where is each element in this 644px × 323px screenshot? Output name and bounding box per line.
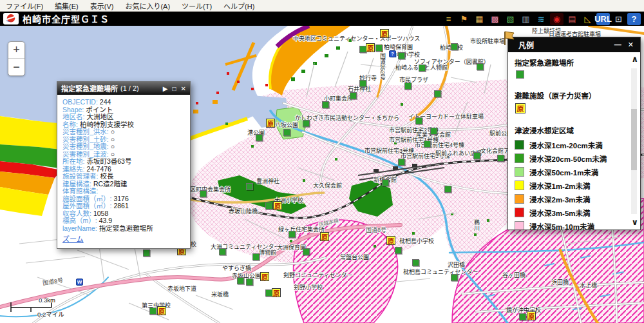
shelter-marker[interactable] xyxy=(246,183,253,190)
zoom-out-button[interactable]: − xyxy=(8,59,24,75)
attribute-value: 指定緊急避難場所 xyxy=(99,225,153,232)
legend-minimize-icon[interactable]: — xyxy=(614,41,621,49)
feature-info-popup: 指定緊急避難場所 (1 / 2) ▶ □ ✕ OBJECTID:244 Shap… xyxy=(57,81,191,249)
popup-title-bar[interactable]: 指定緊急避難場所 (1 / 2) ▶ □ ✕ xyxy=(57,82,190,95)
shelter-marker[interactable] xyxy=(477,63,484,70)
measure-icon[interactable]: ◺ xyxy=(581,13,594,25)
attribute-name: 施設面積（㎡）: xyxy=(62,195,111,202)
shelter-marker[interactable] xyxy=(451,43,458,50)
record-icon[interactable]: ◉ xyxy=(550,13,564,25)
legend-scrollbar-thumb[interactable] xyxy=(631,109,637,170)
layers-icon[interactable]: ≋ xyxy=(535,13,548,25)
legend-item-label: 浸水深1cm-20cm未満 xyxy=(529,140,603,150)
shelter-marker[interactable] xyxy=(519,313,526,320)
shelter-marker[interactable] xyxy=(404,83,412,90)
nuclear-shelter-marker[interactable]: 原 xyxy=(527,311,536,320)
legend-list-icon[interactable]: ≡ xyxy=(442,13,455,25)
shelter-marker[interactable] xyxy=(200,190,207,197)
legend-title-bar[interactable]: 凡例 — ✕ xyxy=(508,37,640,52)
shelter-marker[interactable] xyxy=(424,141,431,148)
zoom-in-button[interactable]: + xyxy=(8,42,24,59)
nuclear-shelter-marker[interactable]: 原 xyxy=(366,43,375,52)
map-label: 剣野小学校 xyxy=(294,283,323,291)
attribute-row: 標高（m）:43.9 xyxy=(62,217,185,225)
shelter-marker[interactable] xyxy=(398,159,405,166)
address-book-icon[interactable]: ▤ xyxy=(565,13,579,25)
legend-item-swatch xyxy=(515,153,524,163)
legend-heading-shelter: 指定緊急避難場所 xyxy=(515,57,626,68)
legend-scroll-down-icon[interactable]: ∨ xyxy=(631,219,638,226)
menu-favorites[interactable]: お気に入り(A) xyxy=(119,0,176,11)
nuclear-shelter-marker[interactable]: 原 xyxy=(260,272,269,281)
popup-close-icon[interactable]: ✕ xyxy=(181,85,186,92)
attribute-value: ○ xyxy=(111,136,115,143)
shelter-marker[interactable] xyxy=(303,248,310,255)
shelter-marker[interactable] xyxy=(412,259,419,266)
menu-edit[interactable]: 編集(E) xyxy=(49,0,84,11)
legend-scroll-up-icon[interactable]: ∧ xyxy=(631,55,638,63)
shelter-marker[interactable] xyxy=(451,274,458,281)
shelter-marker[interactable] xyxy=(143,250,150,257)
shelter-marker[interactable] xyxy=(256,134,263,141)
shelter-marker[interactable] xyxy=(303,120,310,127)
map-search-icon[interactable]: ▩ xyxy=(488,13,502,25)
attribute-value: 43.9 xyxy=(99,217,112,224)
shelter-marker[interactable] xyxy=(497,155,504,162)
info-badge-marker[interactable]: ? xyxy=(389,50,396,57)
building-search-icon[interactable]: ▥ xyxy=(519,13,533,25)
help-icon[interactable]: ? xyxy=(627,13,641,25)
nuclear-shelter-marker[interactable]: 原 xyxy=(266,119,275,128)
shelter-marker[interactable] xyxy=(219,248,226,255)
shelter-marker[interactable] xyxy=(289,231,296,238)
flag-icon[interactable]: ⚑ xyxy=(457,13,471,25)
attribute-row: 災害種別_洪水:○ xyxy=(62,128,185,136)
attribute-row: 所在地:赤坂町3番63号 xyxy=(62,158,185,166)
popup-maximize-icon[interactable]: □ xyxy=(173,85,176,92)
nuclear-shelter-marker[interactable]: 原 xyxy=(320,232,329,241)
shelter-marker[interactable] xyxy=(473,152,480,159)
menu-view[interactable]: 表示(V) xyxy=(84,0,120,11)
legend-item-swatch xyxy=(515,140,524,150)
shelter-marker[interactable] xyxy=(398,52,405,59)
shelter-marker[interactable] xyxy=(246,279,253,286)
shelter-marker[interactable] xyxy=(283,129,290,136)
map-label: 豊洲神社 xyxy=(256,177,279,185)
shelter-marker[interactable] xyxy=(265,202,272,210)
shelter-marker[interactable] xyxy=(322,101,329,108)
zoom-to-feature-link[interactable]: ズーム xyxy=(62,236,84,244)
map-canvas[interactable]: 中央地区コミュニティセンター・スポーツハウス陸上競技場市役所駐車場日通運考古館駐… xyxy=(0,26,644,323)
info-badge-marker[interactable]: W xyxy=(76,279,83,286)
nuclear-shelter-marker[interactable]: 原 xyxy=(380,29,389,38)
nuclear-shelter-marker[interactable]: 原 xyxy=(273,201,282,210)
shelter-marker[interactable] xyxy=(252,253,260,260)
menu-file[interactable]: ファイル(F) xyxy=(0,0,49,11)
shelter-marker[interactable] xyxy=(395,247,402,254)
tile-windows-icon[interactable]: ▦ xyxy=(473,13,486,25)
shelter-marker[interactable] xyxy=(430,128,437,135)
popup-next-icon[interactable]: ▶ xyxy=(163,85,168,92)
base-map-icon[interactable]: ▧ xyxy=(504,13,517,25)
shelter-marker[interactable] xyxy=(415,117,422,124)
nuclear-shelter-marker[interactable]: 原 xyxy=(272,288,281,297)
shelter-marker[interactable] xyxy=(359,80,366,87)
shelter-marker[interactable] xyxy=(149,308,156,315)
shelter-marker[interactable] xyxy=(382,179,389,186)
attribute-row: 施設管理者:校長 xyxy=(62,173,185,181)
shelter-marker[interactable] xyxy=(444,186,451,193)
shelter-marker[interactable] xyxy=(434,90,441,97)
print-icon[interactable]: ⊡ xyxy=(612,13,625,25)
nuclear-shelter-marker[interactable]: 原 xyxy=(157,306,166,315)
shelter-marker[interactable] xyxy=(375,44,383,52)
legend-close-icon[interactable]: ✕ xyxy=(628,41,634,49)
legend-scrollbar[interactable] xyxy=(631,68,637,214)
shelter-marker[interactable] xyxy=(419,64,426,72)
attribute-row: 体育館構造: xyxy=(62,188,185,195)
url-icon[interactable]: URL xyxy=(596,13,610,25)
attribute-row: 建屋構造:RC造2階建 xyxy=(62,181,185,188)
shelter-marker[interactable] xyxy=(237,277,244,284)
attribute-name: layerName: xyxy=(62,225,97,232)
nuclear-shelter-marker[interactable]: 原 xyxy=(386,236,395,245)
menu-help[interactable]: ヘルプ(H) xyxy=(218,0,260,11)
shelter-marker[interactable] xyxy=(350,92,357,99)
menu-tools[interactable]: ツール(T) xyxy=(176,0,218,11)
